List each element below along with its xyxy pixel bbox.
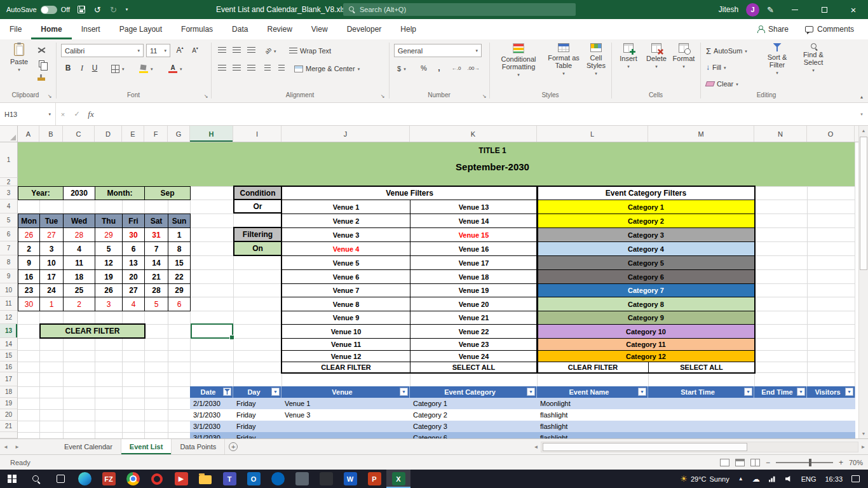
increase-decimal-button[interactable] [449, 62, 464, 74]
event-table-cell[interactable]: Friday [233, 409, 281, 421]
sheet-tab-event-list[interactable]: Event List [121, 439, 172, 454]
venue-filter-venue-2[interactable]: Venue 2 [281, 214, 410, 228]
scroll-down-icon[interactable]: ▼ [859, 429, 868, 438]
zoom-out-button[interactable]: − [766, 458, 770, 467]
category-filter-category-5[interactable]: Category 5 [537, 255, 755, 270]
taskbar-icon-powerpoint[interactable]: P [362, 470, 386, 488]
sheet-tab-data-points[interactable]: Data Points [172, 439, 225, 454]
row-header-11[interactable]: 11 [0, 297, 18, 311]
delete-cells-button[interactable]: Delete ▾ [643, 41, 670, 69]
decrease-indent-icon[interactable] [262, 62, 273, 74]
network-tray-icon[interactable] [764, 470, 781, 488]
merge-center-button[interactable]: Merge & Center▾ [292, 62, 362, 75]
event-table-header-event-category[interactable]: Event Category▼ [410, 386, 537, 398]
decrease-font-icon[interactable] [189, 44, 201, 56]
taskbar-icon-dark-app[interactable] [314, 470, 338, 488]
column-header-N[interactable]: N [754, 126, 807, 142]
category-select-all-button[interactable]: SELECT ALL [648, 362, 755, 373]
calendar-date-cell[interactable]: 31 [144, 227, 168, 242]
event-table-cell[interactable]: Category 3 [410, 421, 537, 432]
venue-filter-venue-8[interactable]: Venue 8 [281, 297, 410, 311]
row-header-5[interactable]: 5 [0, 214, 18, 227]
bold-button[interactable]: B [62, 62, 74, 74]
align-top-icon[interactable] [216, 44, 227, 56]
calendar-date-cell[interactable]: 3 [39, 241, 64, 256]
event-table-header-date[interactable]: Date [190, 386, 233, 398]
calendar-date-cell[interactable]: 5 [144, 297, 168, 311]
filter-applied-button[interactable] [223, 388, 231, 396]
venue-filter-venue-18[interactable]: Venue 18 [410, 269, 538, 284]
venue-filter-venue-22[interactable]: Venue 22 [410, 324, 538, 339]
font-size-select[interactable]: 11▾ [146, 44, 170, 57]
event-table-header-start-time[interactable]: Start Time▼ [648, 386, 754, 398]
normal-view-button[interactable] [720, 459, 729, 466]
horizontal-scroll-thumb[interactable] [543, 443, 747, 451]
venue-filter-venue-17[interactable]: Venue 17 [410, 255, 538, 270]
venue-filter-venue-7[interactable]: Venue 7 [281, 283, 410, 297]
taskbar-search-button[interactable] [24, 470, 48, 488]
event-table-cell[interactable]: Category 6 [410, 432, 537, 438]
menu-tab-view[interactable]: View [302, 19, 337, 39]
column-header-E[interactable]: E [122, 126, 144, 142]
percent-style-button[interactable] [418, 62, 430, 74]
calendar-date-cell[interactable]: 6 [122, 241, 145, 256]
vertical-scroll-thumb[interactable] [860, 137, 867, 270]
align-bottom-icon[interactable] [245, 44, 257, 56]
insert-cells-button[interactable]: Insert ▾ [615, 41, 642, 69]
search-box[interactable]: Search (Alt+Q) [343, 3, 576, 16]
maximize-button[interactable] [810, 0, 839, 19]
calendar-date-cell[interactable]: 27 [39, 227, 64, 242]
year-value-cell[interactable]: 2030 [63, 186, 95, 200]
comments-button[interactable]: Comments [799, 23, 860, 36]
calendar-date-cell[interactable]: 1 [39, 297, 64, 311]
venue-filter-venue-10[interactable]: Venue 10 [281, 324, 410, 339]
row-header-7[interactable]: 7 [0, 241, 18, 255]
month-value-cell[interactable]: Sep [144, 186, 191, 200]
column-header-J[interactable]: J [281, 126, 410, 142]
event-table-cell[interactable]: Category 2 [410, 409, 537, 421]
taskbar-icon-edge[interactable] [72, 470, 97, 488]
fill-color-button[interactable]: ▾ [137, 62, 155, 75]
column-header-K[interactable]: K [410, 126, 537, 142]
row-header-1[interactable]: 1 [0, 142, 18, 178]
event-table-cell[interactable]: Category 1 [410, 398, 537, 409]
formula-input[interactable] [98, 103, 855, 125]
number-dialog-launcher[interactable]: ↘ [480, 92, 488, 100]
event-table-cell[interactable]: Moonlight [537, 398, 648, 409]
calendar-date-cell[interactable]: 25 [63, 283, 95, 297]
event-table-cell[interactable]: 3/1/2030 [190, 432, 233, 438]
scroll-left-icon[interactable]: ◄ [531, 444, 541, 450]
filter-dropdown-button[interactable]: ▼ [744, 388, 752, 396]
event-table-header-end-time[interactable]: End Time▼ [754, 386, 807, 398]
row-header-18[interactable]: 18 [0, 386, 18, 398]
venue-filter-venue-9[interactable]: Venue 9 [281, 311, 410, 325]
category-clear-filter-button[interactable]: CLEAR FILTER [537, 362, 649, 373]
venue-filter-venue-13[interactable]: Venue 13 [410, 200, 538, 214]
menu-tab-help[interactable]: Help [391, 19, 426, 39]
formula-bar-expand-icon[interactable]: ▾ [855, 112, 868, 117]
taskbar-icon-excel[interactable]: X [386, 470, 410, 488]
calendar-clear-filter-button[interactable]: CLEAR FILTER [39, 323, 146, 339]
close-button[interactable]: × [839, 0, 868, 19]
venue-filter-venue-23[interactable]: Venue 23 [410, 338, 538, 351]
align-left-icon[interactable] [216, 62, 227, 74]
event-table-cell[interactable] [754, 432, 807, 438]
row-header-13[interactable]: 13 [0, 324, 18, 338]
action-center-button[interactable] [847, 470, 864, 488]
decrease-decimal-button[interactable] [466, 62, 481, 74]
calendar-date-cell[interactable]: 7 [144, 241, 168, 256]
paste-button[interactable]: Paste ▾ [4, 41, 34, 72]
sort-filter-button[interactable]: Sort & Filter ▾ [760, 41, 794, 75]
enter-icon[interactable]: ✓ [70, 110, 84, 118]
row-header-8[interactable]: 8 [0, 255, 18, 269]
start-button[interactable] [0, 470, 24, 488]
event-table-cell[interactable] [754, 409, 807, 421]
alignment-dialog-launcher[interactable]: ↘ [379, 92, 386, 100]
row-header-6[interactable]: 6 [0, 227, 18, 241]
number-format-select[interactable]: General▾ [394, 44, 482, 57]
menu-tab-insert[interactable]: Insert [72, 19, 110, 39]
column-header-O[interactable]: O [807, 126, 855, 142]
event-table-header-venue[interactable]: Venue▼ [281, 386, 410, 398]
category-filter-category-1[interactable]: Category 1 [537, 200, 755, 214]
event-table-cell[interactable] [648, 421, 754, 432]
